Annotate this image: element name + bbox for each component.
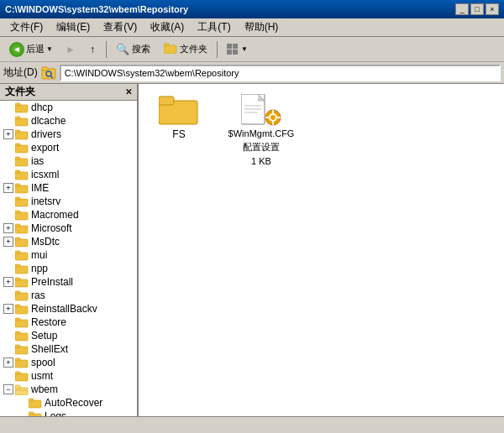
search-icon: 🔍 — [116, 43, 129, 55]
tree-label: export — [31, 142, 59, 154]
tree-item-macromed[interactable]: Macromed — [0, 208, 137, 222]
back-dropdown-icon[interactable]: ▼ — [46, 45, 53, 53]
tree-item-setup[interactable]: Setup — [0, 329, 137, 342]
toolbar: ◄ 后退 ▼ ► ↑ 🔍 搜索 文件夹 ▼ — [0, 37, 504, 62]
folder-icon — [15, 357, 29, 368]
menu-file[interactable]: 文件(F) — [3, 18, 50, 36]
tree-item-reinstallbackv[interactable]: + ReinstallBackv — [0, 302, 137, 316]
menu-tools[interactable]: 工具(T) — [191, 18, 237, 36]
tree-label: MsDtc — [31, 236, 60, 248]
address-input[interactable] — [60, 65, 501, 81]
tree-item-autorecover[interactable]: AutoRecover — [0, 396, 137, 410]
tree-item-preinstall[interactable]: + PreInstall — [0, 275, 137, 289]
file-item-fs[interactable]: FS — [145, 91, 213, 170]
svg-rect-10 — [15, 132, 28, 139]
large-folder-icon — [159, 94, 199, 126]
expand-btn[interactable]: + — [3, 223, 13, 233]
tree-item-mui[interactable]: mui — [0, 248, 137, 262]
up-button[interactable]: ↑ — [82, 39, 102, 60]
back-icon: ◄ — [9, 42, 24, 57]
svg-rect-22 — [15, 212, 28, 220]
back-button[interactable]: ◄ 后退 ▼ — [3, 39, 59, 60]
right-panel: FS — [139, 84, 504, 416]
svg-rect-26 — [15, 239, 28, 247]
tree-item-dhcp[interactable]: dhcp — [0, 101, 137, 114]
tree-item-msdtc[interactable]: + MsDtc — [0, 235, 137, 248]
menu-view[interactable]: 查看(V) — [97, 18, 144, 36]
toolbar-separator-1 — [106, 41, 107, 58]
tree-label: ShellExt — [31, 343, 68, 355]
main-area: 文件夹 ✕ dhcp dlcache + drivers — [0, 84, 504, 416]
svg-rect-37 — [15, 305, 20, 307]
search-button[interactable]: 🔍 搜索 — [110, 39, 156, 60]
folder-icon — [15, 237, 29, 248]
tree-item-usmt[interactable]: usmt — [0, 369, 137, 383]
view-button[interactable]: ▼ — [221, 39, 254, 60]
tree-item-drivers[interactable]: + drivers — [0, 128, 137, 141]
expand-btn[interactable]: + — [3, 129, 13, 139]
svg-rect-33 — [15, 278, 20, 280]
svg-rect-11 — [15, 130, 20, 133]
tree-item-inetsrv[interactable]: inetsrv — [0, 195, 137, 208]
tree-item-shellext[interactable]: ShellExt — [0, 342, 137, 356]
menu-favorites[interactable]: 收藏(A) — [144, 18, 191, 36]
forward-button[interactable]: ► — [60, 39, 81, 60]
toolbar-separator-2 — [217, 41, 218, 58]
tree-item-dlcache[interactable]: dlcache — [0, 114, 137, 128]
expand-btn[interactable]: − — [3, 384, 13, 394]
panel-close-button[interactable]: ✕ — [125, 87, 132, 97]
menu-edit[interactable]: 编辑(E) — [50, 18, 97, 36]
expand-btn[interactable]: + — [3, 183, 13, 193]
tree-label: drivers — [31, 128, 61, 140]
tree-item-npp[interactable]: npp — [0, 262, 137, 275]
svg-rect-47 — [15, 372, 20, 374]
tree-label: mui — [31, 249, 47, 261]
title-bar: C:\WINDOWS\system32\wbem\Repository _ □ … — [0, 0, 504, 18]
tree-item-logs[interactable]: Logs — [0, 410, 137, 416]
file-desc2: 1 KB — [251, 156, 271, 166]
close-button[interactable]: × — [486, 3, 499, 15]
svg-rect-32 — [15, 279, 28, 287]
svg-rect-34 — [15, 293, 28, 300]
tree-item-ime[interactable]: + IME — [0, 181, 137, 195]
view-dropdown-icon[interactable]: ▼ — [241, 45, 248, 53]
maximize-button[interactable]: □ — [470, 3, 484, 15]
menu-help[interactable]: 帮助(H) — [238, 18, 286, 36]
tree-item-wbem[interactable]: − wbem — [0, 383, 137, 396]
file-item-winmgmt[interactable]: $WinMgmt.CFG 配置设置 1 KB — [219, 91, 303, 170]
svg-rect-13 — [15, 143, 20, 146]
search-label: 搜索 — [132, 43, 150, 55]
folder-icon — [29, 411, 42, 417]
tree-item-ias[interactable]: ias — [0, 154, 137, 168]
tree-item-restore[interactable]: Restore — [0, 316, 137, 329]
folder-icon — [15, 102, 29, 113]
tree-label: spool — [31, 357, 55, 368]
tree-item-ras[interactable]: ras — [0, 289, 137, 302]
expand-btn[interactable]: + — [3, 304, 13, 314]
svg-rect-74 — [277, 117, 281, 118]
expand-btn[interactable]: + — [3, 237, 13, 247]
tree-item-export[interactable]: export — [0, 141, 137, 154]
svg-rect-0 — [164, 45, 176, 54]
svg-rect-19 — [15, 184, 20, 186]
svg-rect-21 — [15, 197, 20, 200]
folders-button[interactable]: 文件夹 — [158, 39, 213, 60]
tree-item-microsoft[interactable]: + Microsoft — [0, 222, 137, 235]
tree-item-spool[interactable]: + spool — [0, 356, 137, 369]
expand-btn[interactable]: + — [3, 277, 13, 287]
window-title: C:\WINDOWS\system32\wbem\Repository — [5, 4, 188, 14]
tree-container[interactable]: dhcp dlcache + drivers export — [0, 101, 137, 416]
svg-rect-43 — [15, 345, 20, 347]
tree-label: PreInstall — [31, 276, 73, 288]
expand-btn[interactable]: + — [3, 357, 13, 368]
tree-label: Logs — [45, 410, 66, 416]
folders-label: 文件夹 — [180, 43, 207, 55]
svg-rect-18 — [15, 185, 28, 193]
tree-label: ias — [31, 155, 44, 167]
tree-label: Setup — [31, 330, 57, 342]
minimize-button[interactable]: _ — [455, 3, 469, 15]
tree-label: Macromed — [31, 209, 79, 221]
tree-item-icsxml[interactable]: icsxml — [0, 168, 137, 181]
svg-rect-46 — [15, 373, 28, 381]
folder-icon — [15, 277, 29, 288]
